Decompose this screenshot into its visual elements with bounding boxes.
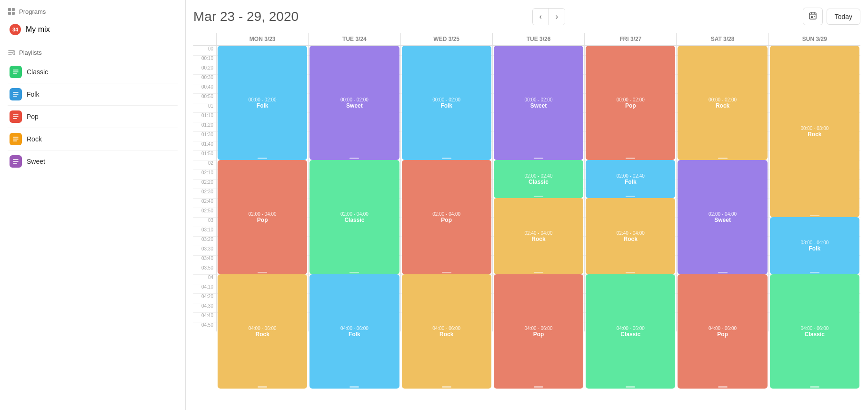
resize-handle[interactable] xyxy=(626,196,635,197)
playlist-item-folk[interactable]: Folk xyxy=(8,83,178,106)
my-mix-item[interactable]: 34 My mix xyxy=(8,20,178,39)
time-label: 04:40 xyxy=(193,312,216,322)
event-block[interactable]: 00:00 - 02:00 Sweet xyxy=(309,46,399,160)
playlist-item-pop[interactable]: Pop xyxy=(8,106,178,128)
event-name: Sweet xyxy=(530,102,547,109)
event-time: 00:00 - 02:00 xyxy=(249,97,277,102)
date-range-title: Mar 23 - 29, 2020 xyxy=(193,9,299,24)
event-block[interactable]: 02:40 - 04:00 Rock xyxy=(586,198,675,274)
resize-handle[interactable] xyxy=(810,386,819,388)
event-time: 02:00 - 04:00 xyxy=(249,211,277,217)
resize-handle[interactable] xyxy=(626,272,635,273)
resize-handle[interactable] xyxy=(810,215,819,216)
time-label: 02:50 xyxy=(193,208,216,217)
event-time: 04:00 - 06:00 xyxy=(432,326,460,331)
event-block[interactable]: 04:00 - 06:00 Pop xyxy=(494,274,583,389)
playlist-name: Folk xyxy=(27,90,39,98)
time-label: 00 xyxy=(193,46,216,55)
playlists-section: Playlists Classic Folk Pop Rock xyxy=(8,49,178,172)
calendar-icon-button[interactable] xyxy=(803,8,823,25)
playlist-item-rock[interactable]: Rock xyxy=(8,128,178,150)
resize-handle[interactable] xyxy=(442,158,451,159)
resize-handle[interactable] xyxy=(718,386,728,388)
prev-button[interactable]: ‹ xyxy=(533,9,549,25)
resize-handle[interactable] xyxy=(626,386,635,388)
event-block[interactable]: 04:00 - 06:00 Folk xyxy=(309,274,399,389)
playlist-icon-pop xyxy=(10,110,22,123)
event-time: 00:00 - 03:00 xyxy=(800,126,828,131)
event-block[interactable]: 02:40 - 04:00 Rock xyxy=(494,198,583,274)
event-block[interactable]: 04:00 - 06:00 Classic xyxy=(770,274,859,389)
time-label: 02 xyxy=(193,160,216,170)
playlist-item-classic[interactable]: Classic xyxy=(8,61,178,83)
resize-handle[interactable] xyxy=(534,272,543,273)
event-block[interactable]: 02:00 - 02:40 Folk xyxy=(586,160,675,198)
resize-handle[interactable] xyxy=(349,386,359,388)
resize-handle[interactable] xyxy=(534,158,543,159)
time-label: 03:50 xyxy=(193,265,216,274)
resize-handle[interactable] xyxy=(534,386,543,388)
time-label: 02:40 xyxy=(193,198,216,208)
resize-handle[interactable] xyxy=(442,272,451,273)
event-block[interactable]: 02:00 - 04:00 Classic xyxy=(309,160,399,274)
resize-handle[interactable] xyxy=(349,158,359,159)
day-header-5: SAT 3/28 xyxy=(676,33,768,45)
event-time: 04:00 - 06:00 xyxy=(340,326,369,331)
event-time: 00:00 - 02:00 xyxy=(617,97,645,102)
event-block[interactable]: 00:00 - 02:00 Folk xyxy=(218,46,307,160)
calendar-body: 0000:1000:2000:3000:4000:500101:1001:200… xyxy=(193,46,860,402)
time-column: 0000:1000:2000:3000:4000:500101:1001:200… xyxy=(193,46,216,402)
time-header xyxy=(193,33,216,45)
event-name: Rock xyxy=(439,331,453,338)
event-block[interactable]: 02:00 - 04:00 Sweet xyxy=(678,160,767,274)
time-label: 04:10 xyxy=(193,284,216,293)
resize-handle[interactable] xyxy=(258,158,267,159)
time-label: 02:20 xyxy=(193,179,216,189)
resize-handle[interactable] xyxy=(349,272,359,273)
event-block[interactable]: 00:00 - 02:00 Folk xyxy=(402,46,491,160)
event-block[interactable]: 04:00 - 06:00 Rock xyxy=(218,274,307,389)
calendar-header: Mar 23 - 29, 2020 ‹ › Today xyxy=(193,8,860,25)
day-header-3: TUE 3/26 xyxy=(492,33,584,45)
event-block[interactable]: 02:00 - 04:00 Pop xyxy=(218,160,307,274)
event-name: Folk xyxy=(440,102,452,109)
event-block[interactable]: 00:00 - 02:00 Sweet xyxy=(494,46,583,160)
event-block[interactable]: 00:00 - 02:00 Rock xyxy=(678,46,767,160)
resize-handle[interactable] xyxy=(442,386,451,388)
event-block[interactable]: 03:00 - 04:00 Folk xyxy=(770,217,859,274)
event-block[interactable]: 04:00 - 06:00 Pop xyxy=(678,274,767,389)
playlist-item-sweet[interactable]: Sweet xyxy=(8,150,178,172)
resize-handle[interactable] xyxy=(626,158,635,159)
event-block[interactable]: 02:00 - 02:40 Classic xyxy=(494,160,583,198)
resize-handle[interactable] xyxy=(718,158,728,159)
event-block[interactable]: 00:00 - 03:00 Rock xyxy=(770,46,859,217)
event-block[interactable]: 02:00 - 04:00 Pop xyxy=(402,160,491,274)
svg-rect-0 xyxy=(8,8,11,11)
time-label: 01:30 xyxy=(193,131,216,141)
resize-handle[interactable] xyxy=(534,196,543,197)
day-column-sat: 00:00 - 02:00 Rock 02:00 - 04:00 Sweet 0… xyxy=(676,46,768,331)
event-block[interactable]: 04:00 - 06:00 Rock xyxy=(402,274,491,389)
event-time: 00:00 - 02:00 xyxy=(340,97,369,102)
resize-handle[interactable] xyxy=(258,386,267,388)
resize-handle[interactable] xyxy=(810,272,819,273)
grid-icon xyxy=(8,8,15,15)
event-name: Sweet xyxy=(714,217,731,223)
today-button[interactable]: Today xyxy=(827,9,860,25)
day-column-thu: 00:00 - 02:00 Sweet 02:00 - 02:40 Classi… xyxy=(492,46,584,331)
event-name: Classic xyxy=(805,331,825,338)
playlist-name: Sweet xyxy=(27,158,45,165)
event-name: Folk xyxy=(349,331,360,338)
event-block[interactable]: 04:00 - 06:00 Classic xyxy=(586,274,675,389)
nav-buttons: ‹ › xyxy=(532,8,566,25)
event-name: Rock xyxy=(808,131,821,138)
playlist-icon-classic xyxy=(10,66,22,78)
event-block[interactable]: 00:00 - 02:00 Pop xyxy=(586,46,675,160)
playlist-icon-sweet xyxy=(10,155,22,168)
event-time: 00:00 - 02:00 xyxy=(525,97,553,102)
playlist-icon-rock xyxy=(10,133,22,145)
resize-handle[interactable] xyxy=(258,272,267,273)
resize-handle[interactable] xyxy=(718,272,728,273)
event-time: 02:40 - 04:00 xyxy=(617,230,645,236)
next-button[interactable]: › xyxy=(549,9,565,25)
